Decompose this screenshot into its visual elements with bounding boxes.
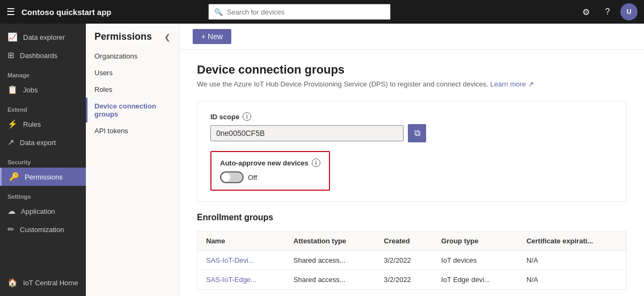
page-subtitle: We use the Azure IoT Hub Device Provisio…: [197, 80, 627, 88]
id-scope-label: ID scope i: [210, 112, 613, 121]
settings-button[interactable]: ⚙: [577, 3, 595, 20]
left-nav: 📈 Data explorer ⊞ Dashboards Manage 📋 Jo…: [0, 24, 86, 296]
table-header: Name Attestation type Created Group type…: [197, 232, 626, 251]
row2-group-type: IoT Edge devi...: [433, 270, 518, 290]
copy-button[interactable]: ⧉: [408, 124, 426, 142]
col-created: Created: [375, 232, 433, 251]
section-manage: Manage: [0, 64, 86, 81]
auto-approve-label: Auto-approve new devices i: [220, 158, 320, 167]
sidebar-item-iot-central-home[interactable]: 🏠 IoT Central Home: [0, 273, 86, 292]
enrollment-table: Name Attestation type Created Group type…: [197, 232, 626, 289]
enrollment-groups-title: Enrollment groups: [197, 213, 627, 222]
sidebar-item-application[interactable]: ☁ Application: [0, 202, 86, 220]
search-input[interactable]: [227, 8, 385, 16]
row2-name-link[interactable]: SAS-IoT-Edge...: [206, 276, 257, 284]
sidebar-item-rules[interactable]: ⚡ Rules: [0, 115, 86, 133]
new-button[interactable]: + New: [193, 29, 231, 44]
auto-approve-box: Auto-approve new devices i Off: [210, 151, 330, 191]
customization-icon: ✏: [8, 225, 14, 234]
table-row: SAS-IoT-Edge... Shared access... 3/2/202…: [197, 270, 626, 290]
row2-cert-expiry: N/A: [518, 270, 626, 290]
help-button[interactable]: ?: [599, 3, 616, 20]
search-icon: 🔍: [214, 8, 223, 16]
content-area: + New Device connection groups We use th…: [180, 24, 644, 296]
home-icon: 🏠: [8, 278, 18, 287]
sidebar-item-organizations[interactable]: Organizations: [86, 48, 179, 64]
bottom-nav: 🏠 IoT Central Home: [0, 273, 86, 292]
permissions-icon: 🔑: [9, 172, 19, 182]
id-scope-info-icon[interactable]: i: [243, 112, 251, 121]
sidebar-item-jobs[interactable]: 📋 Jobs: [0, 81, 86, 99]
row1-cert-expiry: N/A: [518, 251, 626, 270]
row2-attestation: Shared access...: [285, 270, 375, 290]
sidebar-item-customization[interactable]: ✏ Customization: [0, 220, 86, 239]
sidebar-item-data-explorer[interactable]: 📈 Data explorer: [0, 28, 86, 46]
row1-name-link[interactable]: SAS-IoT-Devi...: [206, 256, 254, 264]
sidebar-item-permissions[interactable]: 🔑 Permissions: [0, 168, 86, 186]
toggle-state-text: Off: [248, 174, 257, 182]
learn-more-link[interactable]: Learn more ↗: [491, 80, 534, 88]
table-row: SAS-IoT-Devi... Shared access... 3/2/202…: [197, 251, 626, 270]
main-layout: 📈 Data explorer ⊞ Dashboards Manage 📋 Jo…: [0, 24, 644, 296]
hamburger-icon[interactable]: ☰: [6, 6, 15, 18]
avatar-button[interactable]: U: [620, 3, 638, 20]
auto-approve-info-icon[interactable]: i: [312, 158, 320, 167]
row1-group-type: IoT devices: [433, 251, 518, 270]
application-icon: ☁: [8, 206, 16, 216]
auto-approve-toggle[interactable]: [220, 171, 244, 183]
col-attestation: Attestation type: [285, 232, 375, 251]
data-export-icon: ↗: [8, 138, 14, 147]
app-title: Contoso quickstart app: [21, 8, 112, 17]
page-title: Device connection groups: [197, 63, 627, 77]
col-cert-expiry: Certificate expirati...: [518, 232, 626, 251]
row1-created: 3/2/2022: [375, 251, 433, 270]
table-body: SAS-IoT-Devi... Shared access... 3/2/202…: [197, 251, 626, 290]
toggle-knob: [222, 173, 230, 182]
sidebar-header: Permissions ❮: [86, 24, 179, 48]
rules-icon: ⚡: [8, 119, 18, 129]
section-security: Security: [0, 151, 86, 168]
action-bar: + New: [180, 24, 644, 50]
enrollment-table-wrapper: Name Attestation type Created Group type…: [197, 231, 627, 290]
sidebar-item-dashboards[interactable]: ⊞ Dashboards: [0, 46, 86, 64]
sidebar-title: Permissions: [94, 31, 152, 42]
col-name: Name: [197, 232, 285, 251]
dashboards-icon: ⊞: [8, 50, 14, 60]
data-explorer-icon: 📈: [8, 32, 18, 42]
sidebar-item-device-connection-groups[interactable]: Device connection groups: [86, 98, 179, 122]
id-scope-card: ID scope i ⧉ Auto-approve new devices i: [197, 101, 627, 202]
sidebar-item-data-export[interactable]: ↗ Data export: [0, 133, 86, 151]
sidebar-item-users[interactable]: Users: [86, 64, 179, 81]
id-scope-input[interactable]: [210, 125, 404, 141]
jobs-icon: 📋: [8, 85, 18, 95]
copy-icon: ⧉: [414, 128, 420, 138]
topbar-icons: ⚙ ? U: [577, 3, 638, 20]
row2-created: 3/2/2022: [375, 270, 433, 290]
section-settings: Settings: [0, 186, 86, 202]
toggle-row: Off: [220, 171, 320, 183]
row1-attestation: Shared access...: [285, 251, 375, 270]
sidebar-item-api-tokens[interactable]: API tokens: [86, 122, 179, 139]
main-content: Device connection groups We use the Azur…: [180, 50, 644, 296]
id-scope-row: ⧉: [210, 124, 613, 142]
section-extend: Extend: [0, 99, 86, 115]
permissions-sidebar: Permissions ❮ Organizations Users Roles …: [86, 24, 180, 296]
sidebar-item-roles[interactable]: Roles: [86, 81, 179, 98]
enrollment-groups-section: Enrollment groups Name Attestation type …: [197, 213, 627, 290]
sidebar-collapse-button[interactable]: ❮: [164, 33, 171, 41]
topbar: ☰ Contoso quickstart app 🔍 ⚙ ? U: [0, 0, 644, 24]
search-bar: 🔍: [208, 4, 391, 20]
col-group-type: Group type: [433, 232, 518, 251]
